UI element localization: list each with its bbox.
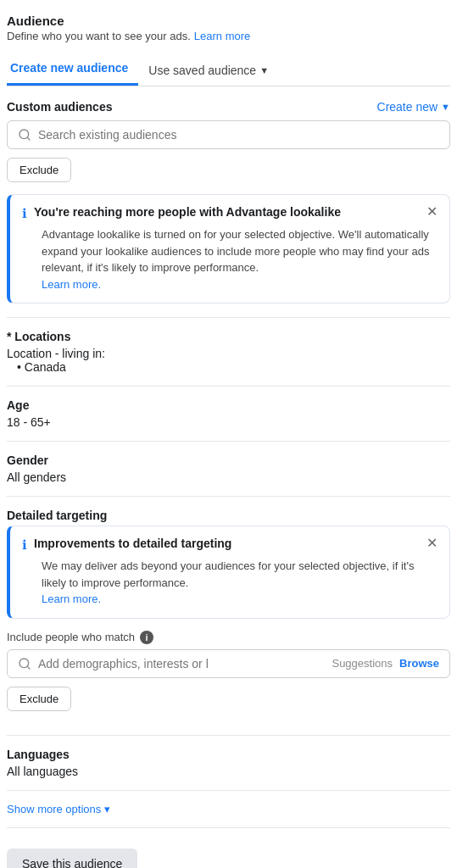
- locations-value: Canada: [17, 360, 450, 374]
- search-audiences-box: [7, 120, 450, 149]
- include-label-row: Include people who match i: [7, 631, 450, 644]
- advantage-banner-body: Advantage lookalike is turned on for you…: [42, 226, 437, 292]
- gender-value: All genders: [7, 470, 450, 484]
- divider-3: [7, 441, 450, 442]
- targeting-search-input[interactable]: [38, 657, 208, 670]
- locations-section: * Locations Location - living in: Canada: [7, 330, 450, 374]
- search-audiences-input[interactable]: [38, 128, 439, 142]
- locations-sub-label: Location - living in:: [7, 347, 450, 360]
- svg-line-1: [27, 137, 30, 140]
- suggestions-label: Suggestions: [332, 657, 393, 670]
- browse-link[interactable]: Browse: [399, 657, 439, 670]
- detailed-targeting-learn-more-link[interactable]: Learn more.: [42, 593, 101, 605]
- advantage-lookalike-banner: ℹ You're reaching more people with Advan…: [7, 194, 450, 303]
- age-value: 18 - 65+: [7, 415, 450, 429]
- detailed-targeting-label: Detailed targeting: [7, 509, 450, 522]
- targeting-search-icon: [18, 657, 31, 670]
- advantage-banner-learn-more-link[interactable]: Learn more.: [42, 278, 101, 291]
- page-title: Audience: [7, 14, 450, 28]
- divider-2: [7, 386, 450, 387]
- divider-1: [7, 317, 450, 318]
- show-more-options-button[interactable]: Show more options ▾: [7, 803, 110, 815]
- languages-section: Languages All languages: [7, 748, 450, 778]
- detailed-targeting-section: Detailed targeting ℹ Improvements to det…: [7, 509, 450, 723]
- create-new-button[interactable]: Create new ▼: [377, 100, 450, 114]
- targeting-search-box: Suggestions Browse: [7, 649, 450, 678]
- detailed-targeting-info-icon: ℹ: [22, 537, 27, 553]
- detailed-targeting-banner-body: We may deliver ads beyond your audiences…: [42, 558, 437, 608]
- languages-label: Languages: [7, 748, 450, 761]
- info-icon: ℹ: [22, 206, 27, 221]
- advantage-banner-title: You're reaching more people with Advanta…: [34, 205, 420, 219]
- tab-use-saved-audience[interactable]: Use saved audience ▼: [145, 57, 272, 86]
- exclude-button[interactable]: Exclude: [7, 158, 71, 182]
- show-more-arrow-icon: ▾: [104, 803, 110, 815]
- gender-label: Gender: [7, 453, 450, 467]
- saved-audience-arrow: ▼: [259, 65, 269, 75]
- divider-5: [7, 735, 450, 736]
- custom-audiences-label: Custom audiences: [7, 100, 112, 114]
- tabs-row: Create new audience Use saved audience ▼: [7, 54, 450, 86]
- save-audience-button[interactable]: Save this audience: [7, 849, 137, 869]
- detailed-targeting-banner-title: Improvements to detailed targeting: [34, 537, 420, 550]
- targeting-exclude-button[interactable]: Exclude: [7, 687, 71, 711]
- custom-audiences-header: Custom audiences Create new ▼: [7, 100, 450, 114]
- divider-4: [7, 496, 450, 497]
- divider-6: [7, 790, 450, 791]
- page-subtitle: Define who you want to see your ads.: [7, 30, 191, 42]
- audience-header: Audience Define who you want to see your…: [7, 14, 450, 42]
- search-icon: [18, 128, 31, 142]
- locations-label: * Locations: [7, 330, 450, 343]
- svg-line-3: [27, 666, 30, 669]
- include-label: Include people who match: [7, 631, 135, 643]
- save-section: Save this audience: [7, 842, 450, 869]
- include-info-icon[interactable]: i: [140, 631, 153, 644]
- gender-section: Gender All genders: [7, 453, 450, 484]
- header-learn-more-link[interactable]: Learn more: [194, 30, 250, 42]
- divider-7: [7, 827, 450, 828]
- age-label: Age: [7, 398, 450, 412]
- detailed-targeting-banner: ℹ Improvements to detailed targeting ✕ W…: [7, 526, 450, 619]
- advantage-banner-close-button[interactable]: ✕: [426, 205, 437, 219]
- languages-value: All languages: [7, 765, 450, 778]
- age-section: Age 18 - 65+: [7, 398, 450, 429]
- tab-create-new-audience[interactable]: Create new audience: [7, 54, 138, 86]
- create-new-arrow-icon: ▼: [441, 102, 450, 112]
- detailed-targeting-banner-close-button[interactable]: ✕: [426, 537, 437, 550]
